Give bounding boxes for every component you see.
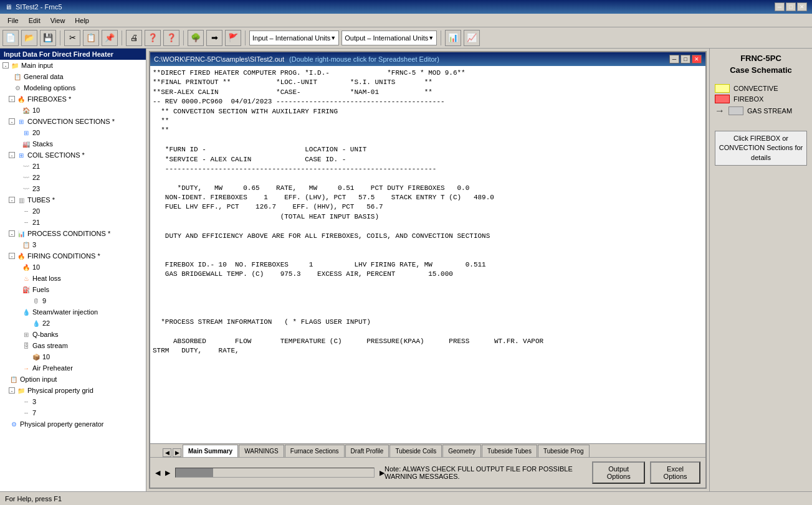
bottom-bar: ◀ ▶ ▶ Note: ALWAYS CHECK FULL OUTPUT FIL… [150,457,705,488]
firing10-label: 10 [32,263,40,271]
expand-process[interactable]: - [9,230,15,237]
arrow-button[interactable]: ➡ [206,30,222,46]
tab-warnings[interactable]: WARNINGS [239,445,284,457]
menu-view[interactable]: View [45,16,70,26]
output-options-button[interactable]: Output Options [592,461,645,484]
tab-tubeside-prog[interactable]: Tubeside Prog [538,445,590,457]
sidebar-item-coil-sections[interactable]: - ⊞ COIL SECTIONS * [0,149,146,161]
menu-edit[interactable]: Edit [24,16,45,26]
sidebar-item-firing[interactable]: - 🔥 FIRING CONDITIONS * [0,250,146,262]
sidebar-item-gasstream[interactable]: 🗄 Gas stream [0,340,146,351]
sidebar-item-process-3[interactable]: 📋 3 [0,239,146,250]
tab-draft-profile[interactable]: Draft Profile [345,445,389,457]
input-dropdown[interactable]: Input – International Units ▼ [249,31,339,45]
tab-main-summary[interactable]: Main Summary [183,445,238,457]
inner-minimize[interactable]: ─ [669,55,679,64]
stacks-label: Stacks [32,140,53,148]
tab-tubeside-coils[interactable]: Tubeside Coils [389,445,442,457]
sidebar-item-propgen[interactable]: ⚙ Physical property generator [0,418,146,430]
tab-tubeside-tubes[interactable]: Tubeside Tubes [482,445,537,457]
sidebar-item-qbanks[interactable]: ⊞ Q-banks [0,329,146,340]
sidebar-item-heatloss[interactable]: ♨ Heat loss [0,273,146,284]
expand-propgrid[interactable]: - [9,387,15,394]
process3-icon: 📋 [21,240,31,249]
tab-geometry[interactable]: Geometry [442,445,481,457]
inner-close[interactable]: ✕ [692,55,702,64]
sidebar-item-steam-22[interactable]: 💧 22 [0,318,146,329]
tube21-icon: ╌ [21,218,31,227]
flag-button[interactable]: 🚩 [225,30,241,46]
expand-convection[interactable]: - [9,118,15,125]
extra-btn2[interactable]: 📈 [464,30,480,46]
tube20-icon: ╌ [21,207,31,215]
paste-button[interactable]: 📌 [102,30,118,46]
sidebar-item-tube-20[interactable]: ╌ 20 [0,205,146,217]
sidebar-item-general-data[interactable]: 📋 General data [0,71,146,82]
convection-icon: ⊞ [16,117,26,126]
gas-stream-arrow: → [715,105,725,116]
extra-btn1[interactable]: 📊 [445,30,461,46]
expand-firing[interactable]: - [9,253,15,259]
expand-coil[interactable]: - [9,152,15,158]
scroll-right-btn[interactable]: ▶ [380,469,385,477]
sidebar-item-prop-7[interactable]: ╌ 7 [0,407,146,418]
print-button[interactable]: 🖨 [126,30,142,46]
open-button[interactable]: 📂 [21,30,37,46]
help2-button[interactable]: ❓ [163,30,179,46]
sidebar-item-steam[interactable]: 💧 Steam/water injection [0,306,146,318]
prop7-icon: ╌ [21,408,31,417]
sidebar-item-conv-20[interactable]: ⊞ 20 [0,127,146,138]
sidebar-item-prop-grid[interactable]: - 📁 Physical property grid [0,385,146,396]
save-button[interactable]: 💾 [40,30,56,46]
scroll-arrow-right[interactable]: ▶ [165,469,170,477]
sidebar-item-tubes[interactable]: - ▥ TUBES * [0,194,146,205]
sidebar-item-gas-10[interactable]: 📦 10 [0,351,146,362]
steam-label: Steam/water injection [32,308,98,316]
text-content[interactable]: **DIRECT FIRED HEATER COMPUTER PROG. *I.… [150,66,705,443]
content-area: C:\WORK\FRNC-5PC\samples\SITest2.out (Do… [146,49,709,491]
minimize-button[interactable]: ─ [775,2,785,11]
output-dropdown[interactable]: Output – International Units ▼ [342,31,437,45]
sidebar-item-process[interactable]: - 📊 PROCESS CONDITIONS * [0,228,146,239]
right-panel: FRNC-5PC Case Schematic CONVECTIVE FIREB… [709,49,812,491]
sidebar-item-fireboxes[interactable]: - 🔥 FIREBOXES * [0,93,146,105]
sidebar-item-modeling[interactable]: ⚙ Modeling options [0,82,146,93]
maximize-button[interactable]: □ [786,2,796,11]
scroll-arrow-left[interactable]: ◀ [155,469,160,477]
sidebar-item-airpreheater[interactable]: → Air Preheater [0,362,146,374]
click-note-text: Click FIREBOX or CONVECTION Sections for… [719,135,803,161]
sidebar-item-firebox-10[interactable]: 🏠 10 [0,105,146,116]
sidebar-item-fuel-9[interactable]: 🛢 9 [0,295,146,306]
excel-options-button[interactable]: Excel Options [650,461,700,484]
sidebar-item-main-input[interactable]: - 📁 Main input [0,60,146,71]
copy-button[interactable]: 📋 [83,30,99,46]
tree-button[interactable]: 🌳 [188,30,204,46]
sidebar-item-coil-21[interactable]: 〰 21 [0,161,146,172]
tab-furnace-sections[interactable]: Furnace Sections [285,445,345,457]
help-button[interactable]: ❓ [145,30,161,46]
tab-prev[interactable]: ◀ [163,448,171,457]
inner-maximize[interactable]: □ [681,55,690,64]
tubes-icon: ▥ [16,196,26,204]
close-button[interactable]: ✕ [797,2,807,11]
sidebar-item-convection[interactable]: - ⊞ CONVECTION SECTIONS * [0,116,146,127]
sidebar-item-prop-3[interactable]: ╌ 3 [0,396,146,407]
sidebar-item-firing-10[interactable]: 🔥 10 [0,262,146,273]
cut-button[interactable]: ✂ [64,30,80,46]
menu-file[interactable]: File [2,16,24,26]
sidebar-item-stacks[interactable]: 🏭 Stacks [0,138,146,149]
new-button[interactable]: 📄 [2,30,19,46]
sidebar-item-coil-23[interactable]: 〰 23 [0,183,146,194]
sidebar-item-option[interactable]: 📋 Option input [0,374,146,385]
sidebar-item-fuels[interactable]: ⛽ Fuels [0,284,146,295]
window-controls: ─ □ ✕ [775,2,807,11]
tab-next[interactable]: ▶ [173,448,181,457]
sidebar-item-coil-22[interactable]: 〰 22 [0,172,146,183]
expand-main[interactable]: - [2,62,9,68]
prop3-label: 3 [32,398,36,405]
expand-fireboxes[interactable]: - [9,96,15,102]
sidebar-item-tube-21[interactable]: ╌ 21 [0,217,146,228]
legend-convective: CONVECTIVE [715,84,807,93]
menu-help[interactable]: Help [70,16,94,26]
expand-tubes[interactable]: - [9,197,15,203]
